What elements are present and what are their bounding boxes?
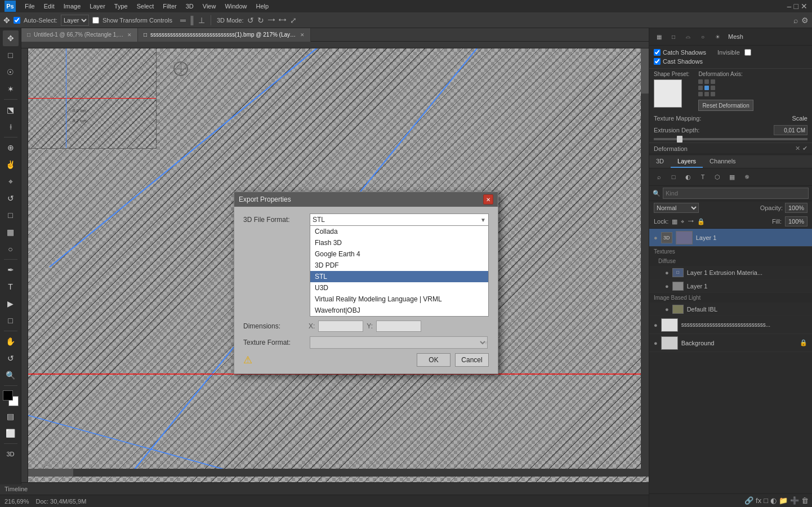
dropdown-collada[interactable]: Collada (310, 226, 488, 237)
dropdown-stl[interactable]: STL (310, 271, 488, 282)
dim-y-label: Y: (367, 322, 373, 330)
texture-format-select[interactable] (310, 336, 488, 349)
dropdown-vrml[interactable]: Virtual Reality Modeling Language | VRML (310, 293, 488, 305)
dropdown-3dpdf[interactable]: 3D PDF (310, 260, 488, 271)
modal-titlebar: Export Properties ✕ (234, 192, 498, 207)
modal-warning-row: ⚠ OK Cancel (243, 353, 489, 367)
modal-overlay: Export Properties ✕ 3D File Format: STL … (0, 0, 812, 507)
dim-x-input[interactable] (318, 321, 363, 332)
file-format-arrow-icon: ▼ (480, 217, 486, 223)
file-format-dropdown: Collada Flash 3D Google Earth 4 3D PDF S… (310, 226, 489, 317)
texture-format-row: Texture Format: ▼ (243, 336, 489, 349)
export-properties-dialog: Export Properties ✕ 3D File Format: STL … (234, 192, 498, 374)
file-format-display[interactable]: STL ▼ (310, 214, 489, 226)
dimensions-label: Dimensions: (243, 322, 305, 330)
modal-buttons: OK Cancel (417, 353, 489, 367)
dropdown-flash3d[interactable]: Flash 3D (310, 237, 488, 248)
dropdown-obj[interactable]: Wavefront|OBJ (310, 305, 488, 316)
file-format-value: STL (313, 216, 325, 224)
file-format-row: 3D File Format: STL ▼ Collada Flash 3D G… (243, 214, 489, 226)
cancel-button[interactable]: Cancel (455, 353, 489, 367)
warning-icon: ⚠ (243, 354, 252, 366)
modal-title-label: Export Properties (239, 195, 480, 203)
dimensions-row: Dimensions: X: Y: (243, 321, 489, 332)
dropdown-google-earth[interactable]: Google Earth 4 (310, 248, 488, 260)
file-format-label: 3D File Format: (243, 216, 305, 224)
dim-x-label: X: (309, 322, 315, 330)
modal-close-button[interactable]: ✕ (483, 194, 493, 204)
modal-body: 3D File Format: STL ▼ Collada Flash 3D G… (234, 207, 498, 373)
ok-button[interactable]: OK (417, 353, 450, 367)
dim-y-input[interactable] (376, 321, 421, 332)
dropdown-u3d[interactable]: U3D (310, 282, 488, 293)
texture-format-label: Texture Format: (243, 339, 305, 346)
file-format-select-wrapper: STL ▼ Collada Flash 3D Google Earth 4 3D… (310, 214, 489, 226)
